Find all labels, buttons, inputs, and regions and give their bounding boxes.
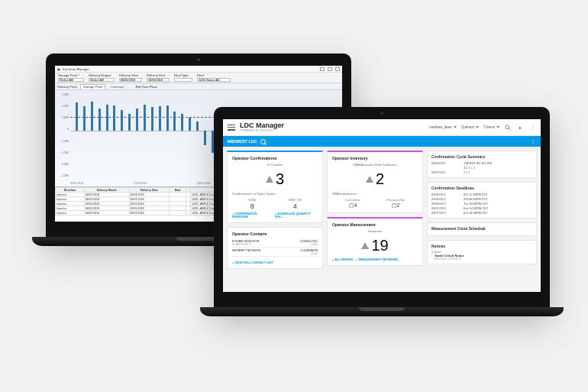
context-name: MIDWEST LDC: [228, 139, 257, 144]
window-titlebar: ▣ Inventory Manager: [55, 66, 342, 73]
laptop-base: [200, 307, 564, 316]
delivery-region-select[interactable]: [89, 78, 115, 82]
card-title: Operator Measurement: [332, 222, 418, 227]
delivery-point-label: Delivery Point: [57, 85, 77, 89]
more-icon[interactable]: ⋮: [528, 124, 536, 131]
app-subtitle: POWERED BY NUCLEUS: [240, 129, 284, 132]
card-notices: Notices Critical ‹ Sarah Critical Notice…: [427, 240, 537, 264]
card-operator-inventory: Operator Inventory OBA Accounts Over Tol…: [327, 151, 423, 213]
window-title: Inventory Manager: [63, 67, 89, 71]
metric-label: Variances: [332, 229, 418, 233]
cart-menu[interactable]: 0 items: [483, 125, 499, 129]
deal-type-label: Deal Type: [174, 73, 192, 77]
caret-down-icon: [454, 126, 457, 128]
chevron-left-icon: ‹: [431, 254, 432, 258]
context-overflow-icon[interactable]: ⋮: [531, 139, 536, 144]
webcam: [197, 58, 200, 61]
storage-point-label: Storage Point *: [58, 73, 84, 77]
card-cycle-summary: Confirmation Cycle Summary 09/06/2017TIM…: [427, 151, 537, 178]
svg-line-1: [509, 128, 510, 129]
delivery-region-label: Delivery Region: [89, 73, 115, 77]
deal-select[interactable]: [197, 78, 231, 82]
minimize-button[interactable]: [320, 67, 325, 71]
app-header: LDC Manager POWERED BY NUCLEUS matthew_l…: [223, 119, 541, 136]
user-menu[interactable]: matthew_lewis: [429, 125, 457, 129]
card-title: Confirmation Cycle Summary: [431, 154, 532, 159]
svg-point-0: [506, 125, 509, 128]
caret-down-icon: [496, 126, 499, 128]
metric-label: OBA Accounts Over Tolerance: [332, 163, 418, 167]
metric-value: 3: [276, 170, 284, 188]
filter-ribbon: Storage Point * Delivery Region Delivery…: [55, 73, 342, 83]
card-title: Confirmation Deadlines: [431, 186, 532, 190]
card-operator-confirmations: Operator Confirmations To Confirm 3 Conf…: [227, 151, 323, 223]
search-icon[interactable]: [504, 124, 512, 131]
delivery-start-input[interactable]: [119, 78, 142, 82]
card-title: Operator Inventory: [332, 156, 418, 160]
webcam: [380, 112, 383, 115]
caret-down-icon: [476, 126, 479, 128]
link-measurement-info[interactable]: MEASUREMENT INFORMATI...: [356, 258, 400, 261]
deal-type-select[interactable]: [174, 78, 192, 82]
delivery-end-input[interactable]: [147, 78, 170, 82]
warning-icon: [361, 242, 369, 249]
delivery-end-label: Delivery End: [147, 73, 170, 77]
card-operator-contacts: Operator Contacts ETHAN WINDSORSCHEDULER…: [227, 227, 323, 269]
app-icon: ▣: [57, 67, 60, 71]
close-button[interactable]: [335, 67, 340, 71]
subsection-label: OBA Imbalances: [332, 192, 418, 196]
chart-y-axis: 2,0001,5001,0000-1,000-1,500-2,000-2,500: [58, 93, 69, 177]
metric-label: To Confirm: [232, 163, 318, 167]
maximize-button[interactable]: [328, 67, 332, 71]
context-search-icon[interactable]: [260, 139, 266, 144]
metric-value: 2: [376, 170, 384, 188]
card-title: Measurement Close Schedule: [431, 226, 532, 231]
deal-label: Deal: [197, 73, 231, 77]
metric-value: 19: [371, 237, 388, 254]
card-title: Operator Contacts: [232, 232, 318, 236]
contact-row[interactable]: ETHAN WINDSORSCHEDULER II1234567231Email: [232, 238, 318, 248]
warning-icon: [266, 176, 273, 183]
link-scheduled-quantity[interactable]: SCHEDULED QUANTITY FOR...: [275, 212, 318, 219]
storage-point-select[interactable]: [58, 78, 84, 82]
link-full-contact-list[interactable]: VIEW FULL CONTACT LIST: [232, 259, 318, 264]
link-all-meters[interactable]: ALL METERS: [332, 258, 353, 261]
delivery-start-label: Delivery Start: [119, 73, 142, 77]
sub-filter-bar: Delivery Point Storage Point Inventory E…: [55, 83, 342, 90]
link-confirmation-response[interactable]: CONFIRMATION RESPONSE: [232, 212, 272, 219]
card-confirmation-deadlines: Confirmation Deadlines 09/06/2017ID2 12:…: [427, 182, 537, 219]
contact-row[interactable]: HENRIETTA SMITH7134308600Email: [232, 248, 318, 257]
tab-inventory[interactable]: Inventory: [108, 84, 126, 89]
notice-dates: 04/24/2017 04/24/2017: [435, 258, 464, 261]
subsection-label: Confirmations in Open Cycles: [232, 192, 318, 196]
dashboard-body: Operator Confirmations To Confirm 3 Conf…: [223, 147, 541, 292]
card-measurement-close: Measurement Close Schedule: [427, 222, 537, 236]
card-title: Notices: [431, 244, 532, 248]
ldc-manager-app: LDC Manager POWERED BY NUCLEUS matthew_l…: [223, 119, 541, 292]
role-menu[interactable]: Operator: [461, 125, 480, 129]
edit-own-plans-toggle[interactable]: Edit Own Plans: [135, 85, 157, 89]
card-operator-measurement: Operator Measurement Variances 19 ALL ME…: [327, 217, 423, 266]
context-bar: MIDWEST LDC ⋮: [223, 136, 541, 147]
app-title: LDC Manager: [240, 122, 284, 129]
card-title: Operator Confirmations: [232, 156, 318, 160]
tab-storage-point[interactable]: Storage Point: [80, 84, 105, 89]
laptop-ldc-manager: LDC Manager POWERED BY NUCLEUS matthew_l…: [214, 107, 550, 316]
settings-icon[interactable]: ◈: [516, 124, 524, 131]
menu-icon[interactable]: [228, 125, 235, 131]
notice-item[interactable]: ‹ Sarah Critical Notice 04/24/2017 04/24…: [431, 254, 532, 261]
warning-icon: [366, 176, 373, 183]
